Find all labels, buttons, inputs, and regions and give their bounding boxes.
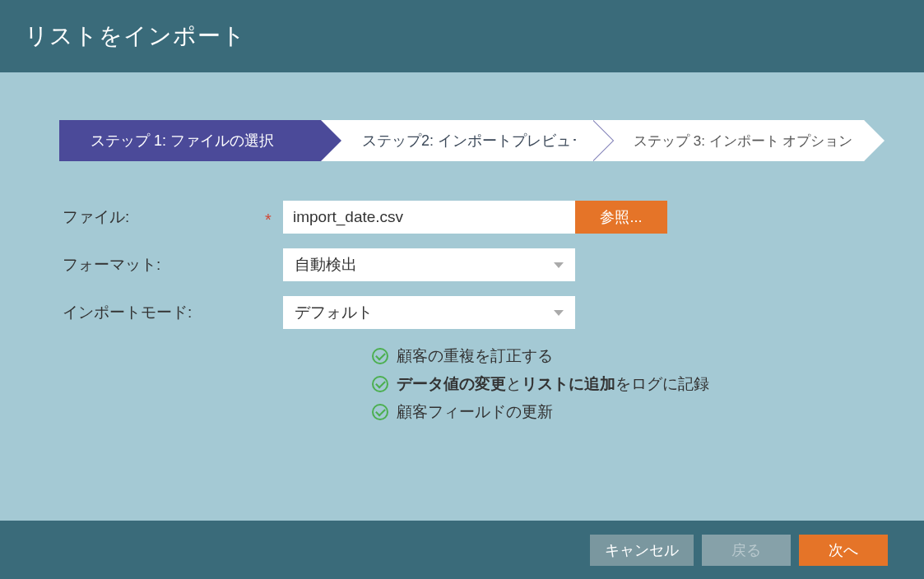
step-2-import-preview[interactable]: ステップ2: インポートプレビュ･ [321, 120, 592, 161]
file-input[interactable] [283, 201, 575, 234]
bold-text: リストに追加 [522, 375, 615, 392]
option-update-fields: 顧客フィールドの更新 [372, 401, 865, 423]
dialog-header: リストをインポート [0, 0, 924, 72]
chevron-down-icon [554, 310, 564, 316]
wizard-steps: ステップ 1: ファイルの選択 ステップ2: インポートプレビュ･ ステップ 3… [59, 120, 865, 161]
bold-text: データ値の変更 [397, 375, 506, 392]
dialog-footer: キャンセル 戻る 次へ [0, 521, 924, 579]
browse-button[interactable]: 参照... [575, 201, 667, 234]
option-text: データ値の変更とリストに追加をログに記録 [397, 373, 709, 395]
format-value: 自動検出 [295, 254, 357, 276]
dialog-body: ステップ 1: ファイルの選択 ステップ2: インポートプレビュ･ ステップ 3… [0, 72, 924, 521]
cancel-button[interactable]: キャンセル [590, 535, 694, 566]
format-label: フォーマット: [59, 254, 265, 276]
mode-label: インポートモード: [59, 302, 265, 323]
check-icon [372, 348, 388, 364]
option-log-changes: データ値の変更とリストに追加をログに記録 [372, 373, 865, 395]
check-icon [372, 376, 388, 392]
back-button: 戻る [702, 535, 791, 566]
step-3-label: ステップ 3: インポート オプション [634, 132, 852, 151]
format-row: フォーマット: 自動検出 [59, 248, 865, 281]
required-icon: * [265, 206, 283, 228]
format-select[interactable]: 自動検出 [283, 248, 575, 281]
step-1-label: ステップ 1: ファイルの選択 [91, 131, 274, 151]
chevron-down-icon [554, 262, 564, 268]
step-2-label: ステップ2: インポートプレビュ･ [362, 131, 578, 151]
mode-value: デフォルト [295, 302, 373, 323]
mode-select[interactable]: デフォルト [283, 296, 575, 329]
option-dedupe: 顧客の重複を訂正する [372, 345, 865, 367]
step-1-file-select[interactable]: ステップ 1: ファイルの選択 [59, 120, 321, 161]
mode-row: インポートモード: デフォルト [59, 296, 865, 329]
file-row: ファイル: * 参照... [59, 201, 865, 234]
check-icon [372, 404, 388, 420]
file-label: ファイル: [59, 206, 265, 228]
next-button[interactable]: 次へ [799, 535, 888, 566]
dialog-title: リストをインポート [25, 21, 246, 52]
option-text: 顧客フィールドの更新 [397, 401, 553, 423]
step-3-import-options[interactable]: ステップ 3: インポート オプション [592, 120, 865, 161]
option-text: 顧客の重複を訂正する [397, 345, 553, 367]
mode-options: 顧客の重複を訂正する データ値の変更とリストに追加をログに記録 顧客フィールドの… [372, 345, 865, 423]
